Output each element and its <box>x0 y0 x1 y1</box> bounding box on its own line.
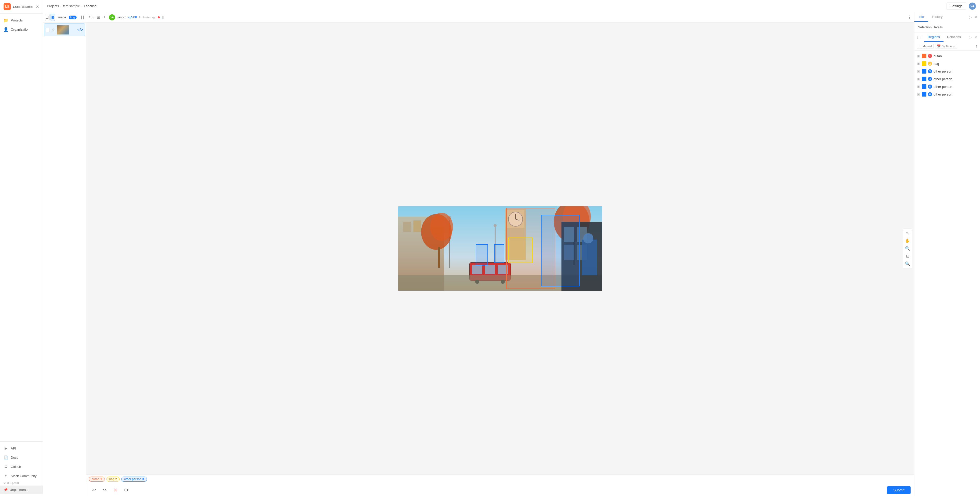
redo-button[interactable]: ↪ <box>100 486 109 494</box>
tab-relations[interactable]: Relations <box>943 32 964 42</box>
sort-direction-icon[interactable]: ↑ <box>975 44 977 48</box>
close-panel-icon[interactable]: ✕ <box>974 14 978 20</box>
breadcrumb-projects[interactable]: Projects <box>47 4 59 8</box>
tab-regions[interactable]: Regions <box>924 32 943 42</box>
file-checkbox[interactable] <box>46 28 50 32</box>
annotation-add-icon[interactable]: + <box>102 14 107 21</box>
file-panel-view-label: image <box>56 16 68 19</box>
region-num-1: 1 <box>928 54 932 58</box>
sidebar-item-docs[interactable]: 📄 Docs <box>0 453 43 462</box>
svg-rect-21 <box>485 265 495 274</box>
sidebar-item-label: GitHub <box>11 465 21 469</box>
region-color-person-4 <box>922 77 926 81</box>
zoom-fit-tool[interactable]: ⊡ <box>904 253 911 260</box>
settings-adjust-button[interactable]: ⚙ <box>122 486 130 494</box>
region-num-4: 4 <box>928 77 932 81</box>
region-item-bag[interactable]: ▣ 2 bag <box>915 60 980 67</box>
zoom-out-tool[interactable]: 🔍 <box>904 260 911 267</box>
regions-toolbar: ☰ Manual 📅 By Time ↓↑ ↑ <box>915 42 980 51</box>
regions-close-icon[interactable]: ✕ <box>974 35 978 40</box>
drag-handle[interactable]: ⋮⋮ <box>915 35 924 39</box>
app-logo: LS <box>3 3 11 10</box>
region-num-2: 2 <box>928 62 932 65</box>
docs-icon: 📄 <box>3 455 8 460</box>
breadcrumb-test-sample[interactable]: test sample <box>63 4 80 8</box>
hand-tool[interactable]: ✋ <box>904 238 911 244</box>
expand-icon[interactable]: ▷ <box>968 14 973 20</box>
sidebar-item-label: API <box>11 447 16 450</box>
regions-expand-icon[interactable]: ▷ <box>968 35 973 40</box>
label-tag-person[interactable]: other person 3 <box>121 477 147 482</box>
sidebar-item-projects[interactable]: 📁 Projects <box>0 16 43 25</box>
region-color-person-3 <box>922 69 926 73</box>
settings-button[interactable]: Settings <box>947 3 966 10</box>
unpin-menu-button[interactable]: 📌 Unpin menu <box>0 485 43 494</box>
undo-button[interactable]: ↩ <box>90 486 98 494</box>
tab-history[interactable]: History <box>928 12 947 22</box>
sidebar-bottom: ▶ API 📄 Docs ⚙ GitHub ✦ Slack Community … <box>0 441 43 496</box>
sidebar-item-organization[interactable]: 👤 Organization <box>0 25 43 34</box>
breadcrumb-current: Labeling <box>84 4 97 8</box>
zoom-in-tool[interactable]: 🔍 <box>904 245 911 252</box>
label-tag-hutao[interactable]: hutao 1 <box>89 477 105 482</box>
topbar: Projects / test sample / Labeling Settin… <box>43 0 980 12</box>
region-color-person-6 <box>922 92 926 97</box>
region-label-person-5: other person <box>934 85 952 89</box>
file-panel-toolbar: ☐ ⊞ image img | ▐▐ <box>43 12 86 22</box>
tab-info[interactable]: Info <box>915 12 928 22</box>
sidebar-nav: 📁 Projects 👤 Organization <box>0 14 43 441</box>
file-panel-checkbox[interactable]: ☐ <box>45 14 49 21</box>
region-list: ▣ 1 hutao ▣ 2 bag ▣ 3 <box>915 51 980 496</box>
sidebar-item-slack[interactable]: ✦ Slack Community <box>0 471 43 480</box>
annotation-more-icon[interactable]: ⋮ <box>907 15 912 20</box>
region-label-person-3: other person <box>934 70 952 73</box>
by-time-label: By Time ↓↑ <box>942 45 956 48</box>
region-label-person-6: other person <box>934 93 952 96</box>
close-button[interactable]: ✕ <box>111 486 119 494</box>
region-type-bbox-icon-5: ▣ <box>917 85 920 88</box>
github-icon: ⚙ <box>3 464 8 469</box>
regions-relations-tab-bar: ⋮⋮ Regions Relations ▷ ✕ <box>915 32 980 42</box>
bottom-bar: ↩ ↪ ✕ ⚙ Submit <box>86 484 914 496</box>
breadcrumb-sep2: / <box>81 4 83 8</box>
bbox-person-2 <box>494 244 504 263</box>
file-item[interactable]: 0 </> <box>44 24 85 36</box>
region-item-person-5[interactable]: ▣ 5 other person <box>915 83 980 91</box>
sidebar-item-label: Slack Community <box>11 474 37 478</box>
label-tag-person-count: 3 <box>142 477 144 481</box>
svg-rect-3 <box>414 220 421 232</box>
region-item-person-4[interactable]: ▣ 4 other person <box>915 75 980 83</box>
sidebar-item-label: Organization <box>11 27 30 32</box>
annotation-pause-icon[interactable]: ⏸ <box>161 15 165 20</box>
region-type-bbox-icon-6: ▣ <box>917 93 920 96</box>
selection-details-content: Selection Details <box>915 22 980 32</box>
sidebar: LS Label Studio ✕ 📁 Projects 👤 Organizat… <box>0 0 43 496</box>
selection-details-title: Selection Details <box>918 25 943 29</box>
region-type-bbox-icon-4: ▣ <box>917 77 920 81</box>
file-code-icon[interactable]: </> <box>77 27 83 32</box>
manual-button[interactable]: ☰ Manual <box>917 44 934 49</box>
label-tag-bag-text: bag <box>109 477 115 481</box>
sidebar-close-icon[interactable]: ✕ <box>36 4 39 9</box>
annotation-grid-icon[interactable]: ⊞ <box>96 14 101 21</box>
breadcrumb: Projects / test sample / Labeling <box>47 4 97 8</box>
annotation-username: vang-z <box>117 16 126 19</box>
region-item-person-6[interactable]: ▣ 6 other person <box>915 91 980 98</box>
label-tag-bag[interactable]: bag 2 <box>107 477 120 482</box>
region-label-hutao: hutao <box>934 54 942 58</box>
file-panel-pagination[interactable]: ▐▐ <box>80 16 84 19</box>
image-container[interactable]: ↖ ✋ 🔍 ⊡ 🔍 <box>86 22 914 474</box>
regions-relations-section: ⋮⋮ Regions Relations ▷ ✕ ☰ Manual 📅 <box>915 32 980 496</box>
submit-button[interactable]: Submit <box>887 486 911 494</box>
region-item-hutao[interactable]: ▣ 1 hutao <box>915 52 980 60</box>
region-type-bbox-icon: ▣ <box>917 54 920 58</box>
sidebar-item-api[interactable]: ▶ API <box>0 443 43 453</box>
file-panel-grid-btn[interactable]: ⊞ <box>51 14 55 21</box>
regions-tab-controls: ▷ ✕ <box>968 35 980 40</box>
sidebar-item-github[interactable]: ⚙ GitHub <box>0 462 43 471</box>
by-time-button[interactable]: 📅 By Time ↓↑ <box>935 44 957 49</box>
cursor-tool[interactable]: ↖ <box>904 230 911 236</box>
user-avatar: VA <box>969 3 976 10</box>
label-tag-hutao-count: 1 <box>100 477 102 481</box>
region-item-person-3[interactable]: ▣ 3 other person <box>915 67 980 75</box>
